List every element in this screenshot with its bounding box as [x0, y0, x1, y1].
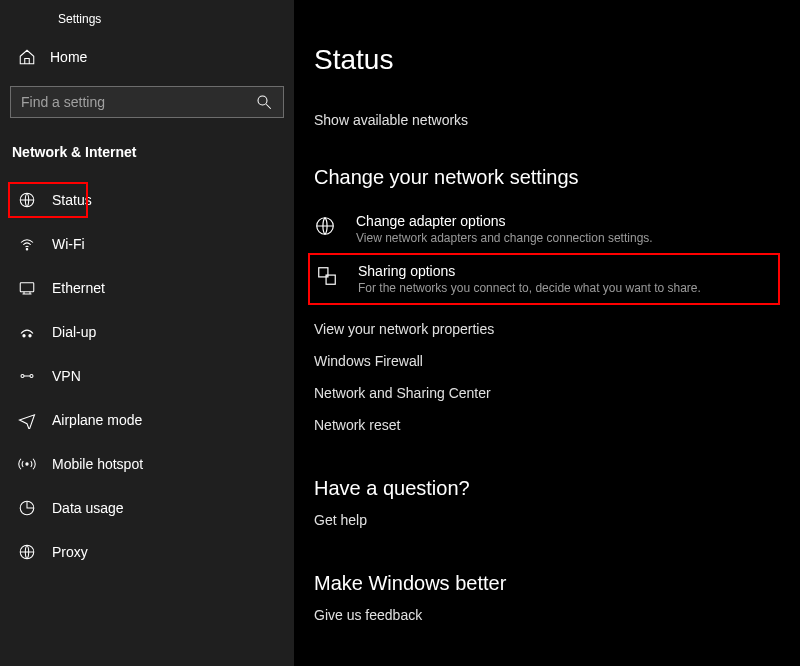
- windows-firewall-link[interactable]: Windows Firewall: [314, 353, 800, 369]
- network-sharing-center-link[interactable]: Network and Sharing Center: [314, 385, 800, 401]
- svg-rect-4: [20, 283, 34, 292]
- sidebar-item-status[interactable]: Status: [0, 178, 294, 222]
- option-desc: View network adapters and change connect…: [356, 231, 800, 245]
- hotspot-icon: [18, 455, 36, 473]
- adapter-icon: [314, 213, 342, 241]
- main-content: Status Show available networks Change yo…: [294, 0, 800, 666]
- sidebar-item-ethernet[interactable]: Ethernet: [0, 266, 294, 310]
- option-title: Change adapter options: [356, 213, 800, 229]
- get-help-link[interactable]: Get help: [314, 512, 800, 528]
- dialup-icon: [18, 323, 36, 341]
- app-title: Settings: [0, 8, 294, 42]
- page-title: Status: [314, 44, 800, 76]
- network-reset-link[interactable]: Network reset: [314, 417, 800, 433]
- sidebar-section-header: Network & Internet: [0, 118, 294, 168]
- sidebar-item-label: VPN: [52, 368, 81, 384]
- show-available-networks-link[interactable]: Show available networks: [314, 112, 800, 128]
- svg-point-8: [30, 375, 33, 378]
- make-windows-better: Make Windows better Give us feedback: [314, 572, 800, 623]
- sharing-options[interactable]: Sharing options For the networks you con…: [308, 253, 780, 305]
- sidebar-item-proxy[interactable]: Proxy: [0, 530, 294, 574]
- svg-point-9: [26, 463, 28, 465]
- svg-point-0: [258, 96, 267, 105]
- search-input[interactable]: [21, 94, 255, 110]
- sidebar-item-label: Data usage: [52, 500, 124, 516]
- home-icon: [18, 48, 36, 66]
- svg-point-3: [26, 249, 28, 251]
- feedback-title: Make Windows better: [314, 572, 800, 595]
- search-box[interactable]: [10, 86, 284, 118]
- ethernet-icon: [18, 279, 36, 297]
- sidebar-item-label: Airplane mode: [52, 412, 142, 428]
- sidebar-item-vpn[interactable]: VPN: [0, 354, 294, 398]
- vpn-icon: [18, 367, 36, 385]
- sidebar-item-dialup[interactable]: Dial-up: [0, 310, 294, 354]
- data-usage-icon: [18, 499, 36, 517]
- svg-line-1: [266, 104, 271, 109]
- change-adapter-options[interactable]: Change adapter options View network adap…: [314, 209, 800, 249]
- search-icon: [255, 93, 273, 111]
- globe-icon: [18, 191, 36, 209]
- sidebar-item-wifi[interactable]: Wi-Fi: [0, 222, 294, 266]
- wifi-icon: [18, 235, 36, 253]
- airplane-icon: [18, 411, 36, 429]
- sidebar-item-label: Proxy: [52, 544, 88, 560]
- give-feedback-link[interactable]: Give us feedback: [314, 607, 800, 623]
- sidebar-item-label: Ethernet: [52, 280, 105, 296]
- sidebar-item-datausage[interactable]: Data usage: [0, 486, 294, 530]
- have-a-question: Have a question? Get help: [314, 477, 800, 528]
- svg-point-5: [23, 335, 25, 337]
- sidebar-item-label: Wi-Fi: [52, 236, 85, 252]
- sidebar-item-label: Dial-up: [52, 324, 96, 340]
- proxy-icon: [18, 543, 36, 561]
- home-button[interactable]: Home: [0, 42, 294, 72]
- view-network-properties-link[interactable]: View your network properties: [314, 321, 800, 337]
- option-title: Sharing options: [358, 263, 772, 279]
- svg-point-6: [29, 335, 31, 337]
- svg-point-7: [21, 375, 24, 378]
- home-label: Home: [50, 49, 87, 65]
- option-desc: For the networks you connect to, decide …: [358, 281, 772, 295]
- sidebar-item-airplane[interactable]: Airplane mode: [0, 398, 294, 442]
- sidebar-item-label: Status: [52, 192, 92, 208]
- change-settings-title: Change your network settings: [314, 166, 800, 189]
- sidebar-item-label: Mobile hotspot: [52, 456, 143, 472]
- sidebar: Settings Home Network & Internet Status …: [0, 0, 294, 666]
- question-title: Have a question?: [314, 477, 800, 500]
- sidebar-nav-list: Status Wi-Fi Ethernet Dial-up VPN: [0, 168, 294, 574]
- sharing-icon: [316, 263, 344, 291]
- sidebar-item-hotspot[interactable]: Mobile hotspot: [0, 442, 294, 486]
